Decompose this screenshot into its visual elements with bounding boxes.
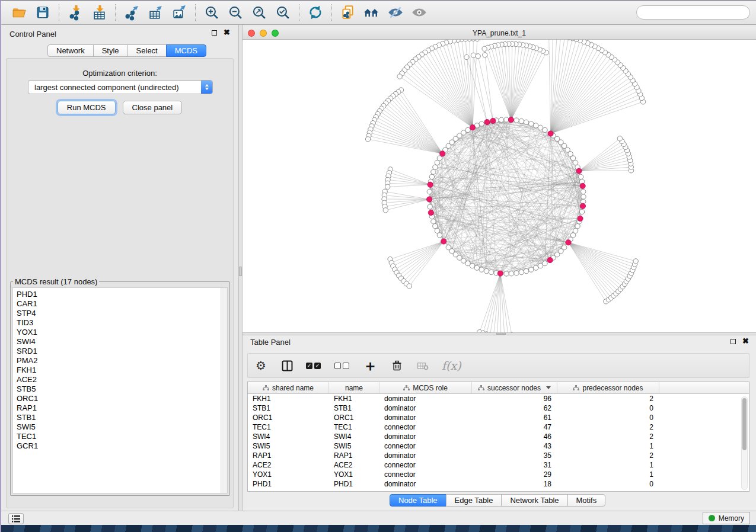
mcds-result-item[interactable]: FKH1 bbox=[17, 366, 227, 375]
column-header-name[interactable]: name bbox=[329, 382, 379, 393]
memory-button[interactable]: Memory bbox=[703, 512, 750, 524]
table-row[interactable]: ORC1ORC1dominator610 bbox=[248, 413, 749, 422]
tab-mcds[interactable]: MCDS bbox=[166, 44, 206, 57]
maximize-window-icon[interactable] bbox=[272, 30, 279, 37]
mcds-result-item[interactable]: YOX1 bbox=[17, 328, 227, 337]
tab-node-table[interactable]: Node Table bbox=[390, 494, 446, 507]
task-history-button[interactable] bbox=[8, 513, 24, 524]
search-input[interactable] bbox=[645, 8, 749, 17]
mcds-result-item[interactable]: CAR1 bbox=[17, 299, 227, 309]
close-panel-icon[interactable]: ✖ bbox=[224, 30, 230, 36]
refresh-button[interactable] bbox=[304, 2, 327, 23]
tab-edge-table[interactable]: Edge Table bbox=[446, 494, 502, 507]
show-columns-button[interactable] bbox=[280, 357, 294, 374]
mcds-result-item[interactable]: TID3 bbox=[17, 318, 227, 328]
tab-select[interactable]: Select bbox=[127, 44, 167, 57]
table-cell: dominator bbox=[379, 432, 472, 441]
float-panel-icon[interactable] bbox=[731, 339, 736, 344]
dropdown-stepper-icon bbox=[201, 81, 212, 94]
export-table-button[interactable] bbox=[143, 2, 167, 23]
tab-style[interactable]: Style bbox=[93, 44, 128, 57]
mcds-result-item[interactable]: PMA2 bbox=[17, 356, 227, 366]
delete-column-button[interactable] bbox=[390, 357, 404, 374]
mcds-result-item[interactable]: TEC1 bbox=[17, 432, 227, 441]
mcds-result-item[interactable]: RAP1 bbox=[17, 403, 227, 413]
memory-label: Memory bbox=[719, 514, 744, 523]
close-window-icon[interactable] bbox=[248, 30, 255, 37]
select-all-rows-button[interactable]: ✓✓ bbox=[306, 357, 323, 374]
shared-column-icon bbox=[263, 385, 269, 391]
network-graph[interactable] bbox=[243, 40, 756, 332]
dropdown-value: largest connected component (undirected) bbox=[28, 83, 179, 92]
table-cell: 0 bbox=[557, 479, 659, 489]
show-all-button[interactable] bbox=[407, 2, 431, 23]
tab-network[interactable]: Network bbox=[47, 44, 94, 57]
mcds-result-item[interactable]: STP4 bbox=[17, 309, 227, 318]
table-cell: 1 bbox=[557, 441, 659, 451]
mcds-result-item[interactable]: ACE2 bbox=[17, 375, 227, 384]
splitter-grip[interactable] bbox=[239, 267, 242, 276]
table-row[interactable]: ACE2ACE2connector311 bbox=[248, 460, 749, 470]
table-cell: 62 bbox=[472, 403, 557, 413]
columns-icon bbox=[280, 359, 294, 373]
add-column-button[interactable]: ＋ bbox=[363, 357, 378, 374]
column-header-predecessor-nodes[interactable]: predecessor nodes bbox=[557, 382, 659, 393]
mcds-result-item[interactable]: SWI5 bbox=[17, 422, 227, 432]
optimization-dropdown[interactable]: largest connected component (undirected) bbox=[28, 80, 213, 94]
export-image-button[interactable] bbox=[167, 2, 191, 23]
open-session-button[interactable] bbox=[7, 2, 31, 23]
save-session-button[interactable] bbox=[31, 2, 55, 23]
first-neighbors-button[interactable] bbox=[360, 2, 384, 23]
duplicate-network-button[interactable] bbox=[336, 2, 360, 23]
table-row[interactable]: PHD1PHD1dominator180 bbox=[248, 479, 749, 489]
mcds-result-item[interactable]: GCR1 bbox=[17, 441, 227, 451]
mcds-result-item[interactable]: STB1 bbox=[17, 413, 227, 422]
table-row[interactable]: SWI5SWI5connector431 bbox=[248, 441, 749, 451]
table-cell: ORC1 bbox=[248, 413, 329, 422]
table-cell: 29 bbox=[472, 470, 557, 479]
column-header-MCDS-role[interactable]: MCDS role bbox=[379, 382, 472, 393]
zoom-out-button[interactable] bbox=[224, 2, 247, 23]
table-row[interactable]: SWI4SWI4dominator462 bbox=[248, 432, 749, 441]
import-table-button[interactable] bbox=[87, 2, 111, 23]
table-row[interactable]: STB1STB1dominator620 bbox=[248, 403, 749, 413]
table-scrollbar[interactable] bbox=[741, 396, 748, 490]
tab-motifs[interactable]: Motifs bbox=[567, 494, 606, 507]
splitter-grip[interactable] bbox=[496, 333, 506, 335]
mcds-scrollbar[interactable] bbox=[221, 288, 227, 493]
zoom-selected-button[interactable] bbox=[271, 2, 295, 23]
tab-network-table[interactable]: Network Table bbox=[501, 494, 567, 507]
mcds-result-item[interactable]: STB5 bbox=[17, 384, 227, 394]
mcds-result-item[interactable]: ORC1 bbox=[17, 394, 227, 403]
table-row[interactable]: RAP1RAP1dominator352 bbox=[248, 451, 749, 460]
application-window: Control Panel ✖ NetworkStyleSelectMCDS O… bbox=[0, 0, 756, 532]
float-panel-icon[interactable] bbox=[212, 30, 217, 36]
mcds-result-list: PHD1CAR1STP4TID3YOX1SWI4SRD1PMA2FKH1ACE2… bbox=[12, 287, 228, 493]
hide-selected-button[interactable] bbox=[384, 2, 407, 23]
minimize-window-icon[interactable] bbox=[260, 30, 267, 37]
column-header-shared-name[interactable]: shared name bbox=[248, 382, 329, 393]
table-cell: PHD1 bbox=[329, 479, 379, 489]
run-mcds-button[interactable]: Run MCDS bbox=[58, 101, 116, 114]
mcds-result-item[interactable]: PHD1 bbox=[17, 290, 227, 299]
close-panel-button[interactable]: Close panel bbox=[123, 101, 183, 114]
close-panel-icon[interactable]: ✖ bbox=[742, 338, 749, 344]
mcds-result-item[interactable]: SWI4 bbox=[17, 337, 227, 347]
mcds-result-item[interactable]: SRD1 bbox=[17, 347, 227, 356]
deselect-all-rows-button[interactable] bbox=[334, 357, 351, 374]
column-header-successor-nodes[interactable]: successor nodes bbox=[472, 382, 557, 393]
network-view[interactable] bbox=[243, 40, 756, 332]
export-network-button[interactable] bbox=[120, 2, 143, 23]
table-row[interactable]: FKH1FKH1dominator962 bbox=[248, 394, 749, 403]
unchecked-box-icon bbox=[334, 363, 341, 369]
table-row[interactable]: YOX1YOX1connector291 bbox=[248, 470, 749, 479]
table-cell: SWI4 bbox=[329, 432, 379, 441]
scrollbar-thumb[interactable] bbox=[742, 398, 747, 450]
zoom-fit-button[interactable] bbox=[247, 2, 271, 23]
import-network-button[interactable] bbox=[63, 2, 87, 23]
table-row[interactable]: TEC1TEC1connector472 bbox=[248, 422, 749, 432]
zoom-in-button[interactable] bbox=[200, 2, 224, 23]
vertical-splitter[interactable] bbox=[238, 25, 243, 511]
network-window-titlebar[interactable]: YPA_prune.txt_1 bbox=[243, 27, 756, 40]
table-settings-button[interactable]: ⚙ bbox=[254, 357, 268, 374]
